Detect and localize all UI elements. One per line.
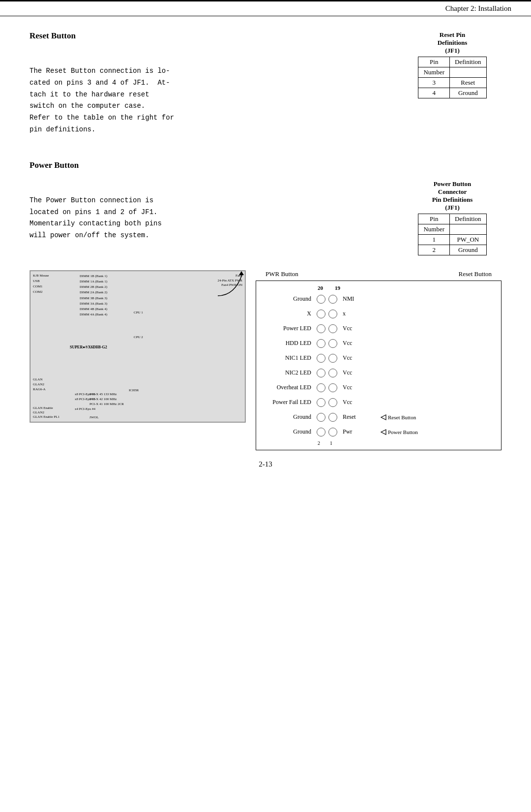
left-label-power-led: Power LED xyxy=(261,325,315,332)
reset-pin-table: Pin Definition Number 3 Reset 4 Ground xyxy=(418,57,486,98)
pin-circle-19-nmi xyxy=(328,295,337,304)
pin-circle-nic2-19 xyxy=(328,369,337,377)
pin-circle-overheat-19 xyxy=(328,383,337,392)
power-button-badge: Power Button xyxy=(380,429,418,436)
connector-row-reset-button: Ground Reset Reset Button xyxy=(261,410,496,425)
right-label-nmi: NMI xyxy=(339,295,378,303)
reset-pin-3: 3 xyxy=(418,78,450,88)
bottom-nums: 2 1 xyxy=(261,440,496,446)
left-label-nic2-led: NIC2 LED xyxy=(261,369,315,376)
reset-table-header-pin: Pin xyxy=(418,57,450,67)
pin-circle-overheat-20 xyxy=(317,383,325,392)
pin-circle-hdd-20 xyxy=(317,339,325,348)
connector-row-power-button: Ground Pwr Power Button xyxy=(261,425,496,439)
power-button-body: The Power Button connection is located o… xyxy=(30,195,388,242)
pin-circle-nic1-19 xyxy=(328,354,337,363)
left-label-ground: Ground xyxy=(261,295,315,303)
power-button-text: Power Button The Power Button connection… xyxy=(30,160,403,255)
reset-table-header-definition: Definition xyxy=(450,57,486,67)
power-table-def-label xyxy=(450,224,486,234)
pwr-reset-labels: PWR Button Reset Button xyxy=(256,270,502,278)
power-table-header-pin: Pin xyxy=(418,214,450,224)
col-num-19: 19 xyxy=(335,285,340,291)
page-content: Reset Button The Reset Button connection… xyxy=(0,16,531,488)
power-button-title: Power Button xyxy=(30,160,388,170)
left-label-powerfail: Power Fail LED xyxy=(261,399,315,406)
diagram-section: K/B Mouse USB COM1 COM2 DIMM 1B (Bank 1)… xyxy=(30,270,502,450)
pin-circle-20-ground xyxy=(317,295,325,304)
connector-row-nic2-led: NIC2 LED Vcc xyxy=(261,366,496,380)
pin-circle-ground-pwr-20 xyxy=(317,428,325,437)
connector-row-x: X x xyxy=(261,307,496,321)
reset-label: Reset Button xyxy=(458,270,492,278)
right-label-vcc-hdd: Vcc xyxy=(339,340,378,347)
board-diagram: K/B Mouse USB COM1 COM2 DIMM 1B (Bank 1)… xyxy=(30,270,246,423)
svg-marker-2 xyxy=(381,430,386,435)
power-table-header-number: Number xyxy=(418,224,450,234)
chapter-title: Chapter 2: Installation xyxy=(445,4,511,12)
right-label-vcc-power: Vcc xyxy=(339,325,378,332)
col-num-20: 20 xyxy=(318,285,323,291)
left-label-ground-reset: Ground xyxy=(261,413,315,421)
power-def-1: PW_ON xyxy=(450,234,486,245)
power-pin-2: 2 xyxy=(418,245,450,255)
pin-circle-ground-reset-20 xyxy=(317,413,325,422)
power-def-2: Ground xyxy=(450,245,486,255)
right-label-x: x xyxy=(339,310,378,317)
pin-circle-hdd-19 xyxy=(328,339,337,348)
pin-circle-powerfail-20 xyxy=(317,398,325,407)
reset-pin-4: 4 xyxy=(418,88,450,98)
pin-circle-nic1-20 xyxy=(317,354,325,363)
power-button-section: Power Button The Power Button connection… xyxy=(30,160,502,255)
right-label-reset: Reset xyxy=(339,413,378,421)
connector-row-ground-nmi: Ground NMI xyxy=(261,292,496,307)
connector-row-hdd-led: HDD LED Vcc xyxy=(261,336,496,351)
svg-marker-0 xyxy=(239,271,244,275)
page-footer: 2-13 xyxy=(30,460,502,473)
pin-circle-nic2-20 xyxy=(317,369,325,377)
pin-circle-ground-reset-19 xyxy=(328,413,337,422)
pin-circle-powerfail-19 xyxy=(328,398,337,407)
svg-marker-1 xyxy=(381,415,386,420)
reset-def-3: Reset xyxy=(450,78,486,88)
power-pin-table: Pin Definition Number 1 PW_ON 2 Ground xyxy=(418,214,486,255)
connector-row-overheat-led: Overheat LED Vcc xyxy=(261,380,496,395)
power-table-header-definition: Definition xyxy=(450,214,486,224)
left-label-hdd-led: HDD LED xyxy=(261,340,315,347)
diagram-area: K/B Mouse USB COM1 COM2 DIMM 1B (Bank 1)… xyxy=(30,270,502,450)
reset-def-4: Ground xyxy=(450,88,486,98)
connector-panel: PWR Button Reset Button 20 19 Ground xyxy=(256,270,502,450)
connector-rows: Ground NMI X x xyxy=(261,292,496,446)
pwr-label: PWR Button xyxy=(266,270,298,278)
column-numbers: 20 19 xyxy=(261,285,496,291)
power-pin-table-area: Power Button Connector Pin Definitions (… xyxy=(403,160,502,255)
connector-box: 20 19 Ground NMI xyxy=(256,281,502,450)
right-label-vcc-powerfail: Vcc xyxy=(339,399,378,406)
pin-circle-power-led-19 xyxy=(328,324,337,333)
reset-button-badge: Reset Button xyxy=(380,414,416,421)
connector-row-nic1-led: NIC1 LED Vcc xyxy=(261,351,496,366)
power-pin-1: 1 xyxy=(418,234,450,245)
left-label-overheat: Overheat LED xyxy=(261,384,315,391)
left-label-nic1-led: NIC1 LED xyxy=(261,354,315,362)
right-label-vcc-nic1: Vcc xyxy=(339,354,378,362)
right-label-pwr: Pwr xyxy=(339,428,378,436)
right-label-vcc-overheat: Vcc xyxy=(339,384,378,391)
page-header: Chapter 2: Installation xyxy=(0,0,531,16)
reset-button-title: Reset Button xyxy=(30,31,388,41)
pin-circle-power-led-20 xyxy=(317,324,325,333)
reset-table-def-label xyxy=(450,67,486,78)
reset-pin-table-area: Reset Pin Definitions (JF1) Pin Definiti… xyxy=(403,31,502,136)
pin-circle-20-x xyxy=(317,310,325,318)
connector-row-power-led: Power LED Vcc xyxy=(261,321,496,336)
connector-row-powerfail-led: Power Fail LED Vcc xyxy=(261,395,496,410)
pin-circle-ground-pwr-19 xyxy=(328,428,337,437)
left-label-x: X xyxy=(261,310,315,317)
reset-button-body: The Reset Button connection is lo- cated… xyxy=(30,65,388,136)
reset-button-text: Reset Button The Reset Button connection… xyxy=(30,31,403,136)
reset-table-header-number: Number xyxy=(418,67,450,78)
pin-circle-19-x xyxy=(328,310,337,318)
left-label-ground-pwr: Ground xyxy=(261,428,315,436)
page-number: 2-13 xyxy=(259,460,272,468)
reset-button-section: Reset Button The Reset Button connection… xyxy=(30,31,502,136)
